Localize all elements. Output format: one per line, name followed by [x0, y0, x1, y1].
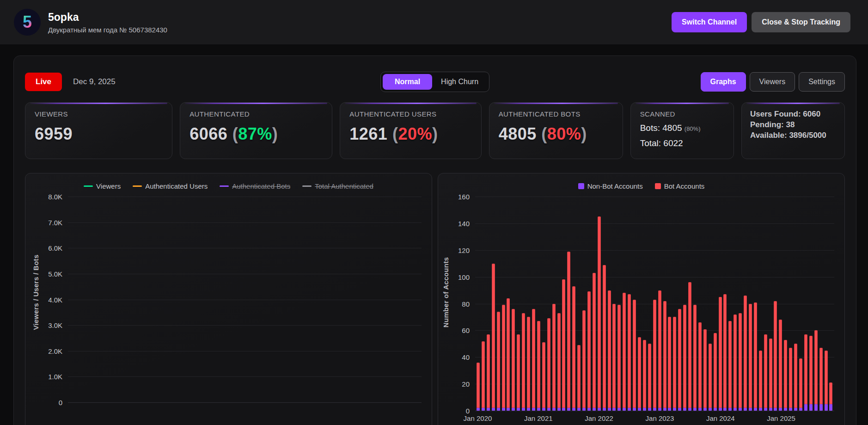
bar-month[interactable]	[532, 197, 535, 411]
legend-item-bot-accounts[interactable]: Bot Accounts	[655, 182, 705, 190]
bar-month[interactable]	[633, 197, 636, 411]
bot-accounts-bar	[638, 337, 641, 408]
bar-month[interactable]	[547, 197, 550, 411]
bar-month[interactable]	[749, 197, 752, 411]
bar-month[interactable]	[804, 197, 807, 411]
bot-accounts-bar	[698, 322, 702, 408]
y-tick-label: 100	[458, 273, 470, 281]
legend-item-non-bot-accounts[interactable]: Non-Bot Accounts	[578, 182, 643, 190]
bar-month[interactable]	[779, 197, 782, 411]
bar-month[interactable]	[809, 197, 813, 411]
bar-month[interactable]	[587, 197, 591, 411]
bar-month[interactable]	[759, 197, 762, 411]
bar-month[interactable]	[507, 197, 510, 411]
stat-label: AUTHENTICATED USERS	[349, 110, 471, 118]
bar-month[interactable]	[537, 197, 540, 411]
bar-month[interactable]	[512, 197, 515, 411]
legend-item-viewers[interactable]: Viewers	[84, 182, 121, 190]
bot-accounts-bar	[784, 340, 787, 408]
stat-paren: )	[581, 124, 587, 143]
bar-month[interactable]	[502, 197, 505, 411]
bar-month[interactable]	[829, 197, 832, 411]
bar-month[interactable]	[769, 197, 772, 411]
bot-accounts-bar	[789, 348, 792, 408]
gridline	[68, 197, 422, 197]
mode-option-normal[interactable]: Normal	[383, 74, 432, 90]
y-tick-label: 4.0K	[48, 296, 62, 303]
non-bot-accounts-bar	[754, 408, 757, 411]
bar-month[interactable]	[688, 197, 691, 411]
non-bot-accounts-bar	[719, 408, 722, 411]
bar-month[interactable]	[794, 197, 797, 411]
bar-month[interactable]	[693, 197, 697, 411]
bar-month[interactable]	[567, 197, 570, 411]
bot-accounts-bar	[829, 382, 832, 404]
bar-month[interactable]	[623, 197, 626, 411]
legend-item-authenticated-bots[interactable]: Authenticated Bots	[220, 182, 290, 190]
bar-month[interactable]	[678, 197, 681, 411]
bar-month[interactable]	[593, 197, 596, 411]
non-bot-accounts-bar	[769, 408, 772, 411]
bar-month[interactable]	[653, 197, 656, 411]
x-tick-label: Jan 2024	[706, 414, 735, 422]
bar-month[interactable]	[698, 197, 702, 411]
bar-month[interactable]	[709, 197, 712, 411]
bar-month[interactable]	[612, 197, 616, 411]
bar-month[interactable]	[703, 197, 707, 411]
bar-month[interactable]	[658, 197, 661, 411]
switch-channel-button[interactable]: Switch Channel	[672, 12, 747, 32]
tab-viewers[interactable]: Viewers	[750, 72, 795, 92]
bar-month[interactable]	[668, 197, 671, 411]
bar-month[interactable]	[557, 197, 561, 411]
bar-month[interactable]	[522, 197, 525, 411]
bar-month[interactable]	[617, 197, 621, 411]
legend-item-authenticated-users[interactable]: Authenticated Users	[133, 182, 208, 190]
bar-month[interactable]	[789, 197, 792, 411]
bar-month[interactable]	[497, 197, 500, 411]
bar-month[interactable]	[814, 197, 818, 411]
bar-month[interactable]	[719, 197, 722, 411]
bar-month[interactable]	[482, 197, 485, 411]
bar-month[interactable]	[477, 197, 480, 411]
tab-graphs[interactable]: Graphs	[701, 72, 746, 92]
bar-month[interactable]	[799, 197, 802, 411]
mode-option-high-churn[interactable]: High Churn	[432, 74, 487, 90]
bar-month[interactable]	[774, 197, 777, 411]
bar-month[interactable]	[714, 197, 717, 411]
bar-month[interactable]	[608, 197, 611, 411]
bar-month[interactable]	[764, 197, 767, 411]
bar-month[interactable]	[517, 197, 520, 411]
bar-month[interactable]	[784, 197, 787, 411]
bar-month[interactable]	[739, 197, 742, 411]
bar-month[interactable]	[628, 197, 631, 411]
bar-month[interactable]	[754, 197, 757, 411]
bar-month[interactable]	[492, 197, 495, 411]
bar-month[interactable]	[643, 197, 646, 411]
bar-month[interactable]	[728, 197, 732, 411]
bar-month[interactable]	[552, 197, 556, 411]
tab-settings[interactable]: Settings	[799, 72, 845, 92]
bot-accounts-bar	[658, 290, 661, 408]
bar-month[interactable]	[562, 197, 565, 411]
bar-month[interactable]	[572, 197, 575, 411]
bar-month[interactable]	[603, 197, 606, 411]
bar-month[interactable]	[683, 197, 686, 411]
bar-month[interactable]	[542, 197, 545, 411]
bar-month[interactable]	[527, 197, 530, 411]
bar-month[interactable]	[487, 197, 490, 411]
bar-month[interactable]	[638, 197, 641, 411]
bar-month[interactable]	[819, 197, 823, 411]
bar-month[interactable]	[734, 197, 737, 411]
non-bot-accounts-bar	[537, 408, 540, 411]
bar-month[interactable]	[598, 197, 601, 411]
bar-month[interactable]	[582, 197, 586, 411]
bar-month[interactable]	[723, 197, 727, 411]
bar-month[interactable]	[673, 197, 676, 411]
close-stop-tracking-button[interactable]: Close & Stop Tracking	[752, 12, 850, 32]
bar-month[interactable]	[744, 197, 747, 411]
bar-month[interactable]	[648, 197, 651, 411]
legend-item-total-authenticated[interactable]: Total Authenticated	[302, 182, 373, 190]
bar-month[interactable]	[663, 197, 666, 411]
bar-month[interactable]	[825, 197, 828, 411]
bar-month[interactable]	[577, 197, 581, 411]
